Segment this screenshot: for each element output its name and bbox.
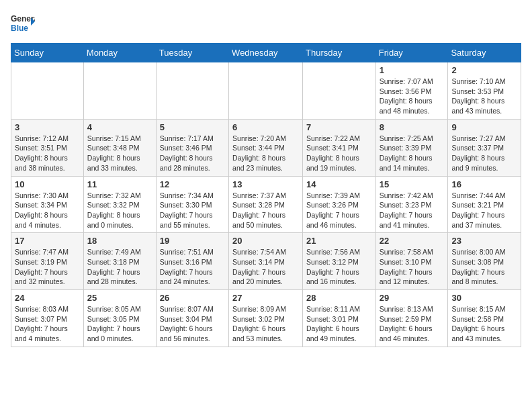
calendar-cell: 5Sunrise: 7:17 AM Sunset: 3:46 PM Daylig…	[156, 119, 228, 176]
day-number: 23	[451, 236, 517, 246]
day-info: Sunrise: 7:25 AM Sunset: 3:39 PM Dayligh…	[380, 134, 445, 173]
day-info: Sunrise: 8:13 AM Sunset: 2:59 PM Dayligh…	[380, 304, 445, 344]
calendar-cell: 6Sunrise: 7:20 AM Sunset: 3:44 PM Daylig…	[229, 119, 303, 176]
day-info: Sunrise: 7:58 AM Sunset: 3:10 PM Dayligh…	[380, 247, 445, 287]
day-number: 5	[160, 122, 225, 132]
day-number: 12	[160, 179, 225, 189]
logo: General Blue	[11, 11, 35, 35]
day-info: Sunrise: 8:11 AM Sunset: 3:01 PM Dayligh…	[306, 304, 372, 344]
day-number: 29	[380, 293, 445, 303]
weekday-header-sunday: Sunday	[11, 44, 84, 62]
day-number: 4	[87, 122, 152, 132]
calendar-cell: 3Sunrise: 7:12 AM Sunset: 3:51 PM Daylig…	[11, 119, 84, 176]
calendar-cell: 15Sunrise: 7:42 AM Sunset: 3:23 PM Dayli…	[375, 176, 448, 233]
day-info: Sunrise: 7:42 AM Sunset: 3:23 PM Dayligh…	[380, 191, 445, 230]
day-number: 10	[15, 179, 80, 189]
day-number: 17	[15, 236, 80, 246]
day-number: 16	[451, 179, 517, 189]
day-number: 15	[380, 179, 445, 189]
calendar-cell	[83, 62, 156, 120]
calendar-cell: 13Sunrise: 7:37 AM Sunset: 3:28 PM Dayli…	[229, 176, 303, 233]
day-info: Sunrise: 7:49 AM Sunset: 3:18 PM Dayligh…	[87, 247, 152, 287]
calendar-cell: 2Sunrise: 7:10 AM Sunset: 3:53 PM Daylig…	[448, 62, 521, 120]
calendar-cell	[303, 62, 376, 120]
day-info: Sunrise: 8:15 AM Sunset: 2:58 PM Dayligh…	[451, 304, 517, 344]
day-number: 28	[306, 293, 372, 303]
day-number: 21	[306, 236, 372, 246]
day-info: Sunrise: 8:09 AM Sunset: 3:02 PM Dayligh…	[232, 304, 299, 344]
day-number: 30	[451, 293, 517, 303]
calendar-cell: 28Sunrise: 8:11 AM Sunset: 3:01 PM Dayli…	[303, 290, 376, 347]
calendar-cell: 26Sunrise: 8:07 AM Sunset: 3:04 PM Dayli…	[156, 290, 228, 347]
calendar-cell: 22Sunrise: 7:58 AM Sunset: 3:10 PM Dayli…	[375, 233, 448, 290]
calendar-cell: 8Sunrise: 7:25 AM Sunset: 3:39 PM Daylig…	[375, 119, 448, 176]
day-number: 6	[232, 122, 299, 132]
day-info: Sunrise: 7:07 AM Sunset: 3:56 PM Dayligh…	[380, 77, 445, 116]
calendar-table: SundayMondayTuesdayWednesdayThursdayFrid…	[11, 43, 521, 347]
day-number: 20	[232, 236, 299, 246]
calendar-cell: 29Sunrise: 8:13 AM Sunset: 2:59 PM Dayli…	[375, 290, 448, 347]
weekday-header-saturday: Saturday	[448, 44, 521, 62]
day-info: Sunrise: 7:54 AM Sunset: 3:14 PM Dayligh…	[232, 247, 299, 287]
calendar-cell: 12Sunrise: 7:34 AM Sunset: 3:30 PM Dayli…	[156, 176, 228, 233]
calendar-cell	[11, 62, 84, 120]
day-info: Sunrise: 7:44 AM Sunset: 3:21 PM Dayligh…	[451, 191, 517, 230]
weekday-header-wednesday: Wednesday	[229, 44, 303, 62]
calendar-cell: 17Sunrise: 7:47 AM Sunset: 3:19 PM Dayli…	[11, 233, 84, 290]
day-number: 24	[15, 293, 80, 303]
calendar-cell: 14Sunrise: 7:39 AM Sunset: 3:26 PM Dayli…	[303, 176, 376, 233]
calendar-week-2: 3Sunrise: 7:12 AM Sunset: 3:51 PM Daylig…	[11, 119, 521, 176]
day-number: 19	[160, 236, 225, 246]
calendar-week-1: 1Sunrise: 7:07 AM Sunset: 3:56 PM Daylig…	[11, 62, 521, 120]
calendar-cell: 4Sunrise: 7:15 AM Sunset: 3:48 PM Daylig…	[83, 119, 156, 176]
page-header: General Blue	[11, 11, 521, 35]
day-info: Sunrise: 7:30 AM Sunset: 3:34 PM Dayligh…	[15, 191, 80, 230]
day-number: 25	[87, 293, 152, 303]
weekday-header-thursday: Thursday	[303, 44, 376, 62]
calendar-week-4: 17Sunrise: 7:47 AM Sunset: 3:19 PM Dayli…	[11, 233, 521, 290]
day-info: Sunrise: 7:37 AM Sunset: 3:28 PM Dayligh…	[232, 191, 299, 230]
day-number: 13	[232, 179, 299, 189]
calendar-week-3: 10Sunrise: 7:30 AM Sunset: 3:34 PM Dayli…	[11, 176, 521, 233]
calendar-cell: 23Sunrise: 8:00 AM Sunset: 3:08 PM Dayli…	[448, 233, 521, 290]
calendar-cell: 21Sunrise: 7:56 AM Sunset: 3:12 PM Dayli…	[303, 233, 376, 290]
day-info: Sunrise: 7:22 AM Sunset: 3:41 PM Dayligh…	[306, 134, 372, 173]
calendar-cell: 7Sunrise: 7:22 AM Sunset: 3:41 PM Daylig…	[303, 119, 376, 176]
calendar-cell	[229, 62, 303, 120]
day-number: 3	[15, 122, 80, 132]
svg-text:Blue: Blue	[11, 24, 28, 33]
day-number: 1	[380, 65, 445, 75]
calendar-cell	[156, 62, 228, 120]
day-info: Sunrise: 7:15 AM Sunset: 3:48 PM Dayligh…	[87, 134, 152, 173]
calendar-cell: 24Sunrise: 8:03 AM Sunset: 3:07 PM Dayli…	[11, 290, 84, 347]
day-number: 9	[451, 122, 517, 132]
calendar-cell: 19Sunrise: 7:51 AM Sunset: 3:16 PM Dayli…	[156, 233, 228, 290]
day-info: Sunrise: 7:12 AM Sunset: 3:51 PM Dayligh…	[15, 134, 80, 173]
day-number: 27	[232, 293, 299, 303]
day-info: Sunrise: 7:10 AM Sunset: 3:53 PM Dayligh…	[451, 77, 517, 116]
day-number: 26	[160, 293, 225, 303]
day-number: 7	[306, 122, 372, 132]
calendar-header-row: SundayMondayTuesdayWednesdayThursdayFrid…	[11, 44, 521, 62]
day-info: Sunrise: 7:47 AM Sunset: 3:19 PM Dayligh…	[15, 247, 80, 287]
weekday-header-tuesday: Tuesday	[156, 44, 228, 62]
calendar-cell: 9Sunrise: 7:27 AM Sunset: 3:37 PM Daylig…	[448, 119, 521, 176]
calendar-cell: 16Sunrise: 7:44 AM Sunset: 3:21 PM Dayli…	[448, 176, 521, 233]
calendar-cell: 11Sunrise: 7:32 AM Sunset: 3:32 PM Dayli…	[83, 176, 156, 233]
calendar-week-5: 24Sunrise: 8:03 AM Sunset: 3:07 PM Dayli…	[11, 290, 521, 347]
weekday-header-friday: Friday	[375, 44, 448, 62]
calendar-cell: 1Sunrise: 7:07 AM Sunset: 3:56 PM Daylig…	[375, 62, 448, 120]
calendar-cell: 27Sunrise: 8:09 AM Sunset: 3:02 PM Dayli…	[229, 290, 303, 347]
calendar-cell: 18Sunrise: 7:49 AM Sunset: 3:18 PM Dayli…	[83, 233, 156, 290]
day-info: Sunrise: 7:39 AM Sunset: 3:26 PM Dayligh…	[306, 191, 372, 230]
day-number: 14	[306, 179, 372, 189]
calendar-cell: 10Sunrise: 7:30 AM Sunset: 3:34 PM Dayli…	[11, 176, 84, 233]
calendar-cell: 25Sunrise: 8:05 AM Sunset: 3:05 PM Dayli…	[83, 290, 156, 347]
day-info: Sunrise: 7:56 AM Sunset: 3:12 PM Dayligh…	[306, 247, 372, 287]
day-number: 2	[451, 65, 517, 75]
day-info: Sunrise: 7:17 AM Sunset: 3:46 PM Dayligh…	[160, 134, 225, 173]
day-info: Sunrise: 8:00 AM Sunset: 3:08 PM Dayligh…	[451, 247, 517, 287]
day-info: Sunrise: 7:27 AM Sunset: 3:37 PM Dayligh…	[451, 134, 517, 173]
logo-svg: General Blue	[11, 11, 35, 35]
day-info: Sunrise: 7:34 AM Sunset: 3:30 PM Dayligh…	[160, 191, 225, 230]
